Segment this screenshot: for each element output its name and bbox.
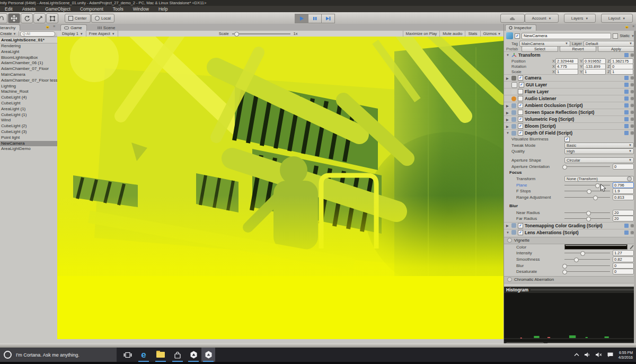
task-view-button[interactable] — [121, 348, 135, 362]
property-value-field[interactable]: 0 — [613, 164, 634, 170]
hierarchy-item-adamchamber-07-floor-tess[interactable]: AdamChamber_07_Floor tess — [0, 78, 57, 84]
component-enabled-checkbox[interactable] — [518, 110, 523, 115]
static-checkbox[interactable] — [613, 33, 618, 39]
prefab-apply-button[interactable]: Apply — [598, 46, 634, 52]
scene-tab[interactable]: Scene — [94, 25, 120, 31]
foldout-icon[interactable]: ▶ — [506, 76, 510, 80]
component-header-ambient-occlusion-script[interactable]: ▶✓Ambient Occlusion (Script) — [504, 102, 636, 109]
component-enabled-checkbox[interactable]: ✓ — [518, 75, 523, 81]
component-header-tonemapping-color-grading-script[interactable]: ▶✓Tonemapping Color Grading (Script) — [504, 222, 636, 229]
foldout-open-icon[interactable]: ▼ — [506, 131, 510, 135]
foldout-icon[interactable]: ▶ — [506, 125, 510, 128]
hierarchy-item-arealight[interactable]: AreaLight — [0, 49, 57, 55]
hierarchy-item-rendering[interactable]: Rendering — [0, 43, 57, 49]
property-dropdown[interactable]: High▼ — [564, 148, 634, 154]
inspector-tab[interactable]: Inspector — [505, 24, 536, 31]
foldout-icon[interactable]: ▶ — [506, 104, 510, 108]
property-value-field[interactable]: 1.27 — [613, 250, 634, 256]
hierarchy-item-newcamera[interactable]: NewCamera — [0, 141, 57, 147]
slider-thumb[interactable] — [562, 165, 567, 170]
property-value-field[interactable]: 20 — [613, 216, 634, 221]
menu-edit[interactable]: Edit — [0, 6, 17, 12]
game-tab[interactable]: Game — [60, 24, 87, 31]
docs-icon[interactable] — [624, 131, 629, 135]
menu-help[interactable]: Help — [154, 6, 172, 12]
component-header-audio-listener[interactable]: Audio Listener — [504, 95, 636, 102]
vignette-section-header[interactable]: Vignette — [504, 237, 636, 244]
component-enabled-checkbox[interactable]: ✓ — [518, 123, 523, 129]
property-slider[interactable] — [564, 216, 610, 221]
property-slider[interactable] — [564, 263, 610, 268]
display-dropdown[interactable]: Display 1▼ — [59, 31, 86, 37]
docs-icon[interactable] — [624, 76, 629, 80]
component-header-gui-layer[interactable]: ✓GUI Layer — [504, 81, 636, 88]
property-value-field[interactable]: 0.813 — [613, 194, 634, 200]
audio-device-icon[interactable] — [584, 352, 590, 358]
eyedropper-icon[interactable] — [630, 245, 634, 249]
slider-thumb[interactable] — [586, 211, 591, 216]
hierarchy-item-arealight-1[interactable]: AreaLight (1) — [0, 106, 57, 112]
slider-thumb[interactable] — [580, 251, 585, 256]
property-value-field[interactable]: 0 — [613, 263, 634, 269]
rotation-z-field[interactable]: 0 — [611, 64, 633, 69]
slider-thumb[interactable] — [574, 258, 579, 262]
layers-dropdown[interactable]: Layers ▼ — [564, 14, 596, 23]
component-header-screen-space-reflection-script[interactable]: ▶Screen Space Reflection (Script) — [504, 109, 636, 116]
file-explorer-taskbar-icon[interactable] — [154, 348, 167, 362]
hierarchy-item-cubelight-4[interactable]: CubeLight (4) — [0, 95, 57, 101]
step-button[interactable] — [321, 14, 335, 23]
scale-slider-thumb[interactable] — [234, 32, 239, 37]
unity-taskbar-icon[interactable] — [187, 348, 200, 362]
menu-gameobject[interactable]: GameObject — [40, 6, 75, 12]
foldout-icon[interactable]: ▶ — [506, 111, 510, 114]
component-enabled-checkbox[interactable]: ✓ — [518, 130, 523, 136]
component-header-depth-of-field-script[interactable]: ▼✓Depth Of Field (Script) — [504, 129, 636, 136]
pan-tool-button[interactable] — [0, 13, 7, 23]
inspector-scrollbar[interactable] — [634, 31, 636, 343]
scene-header[interactable]: AreaLightsScene_01* — [0, 37, 57, 43]
foldout-open-icon[interactable]: ▼ — [506, 54, 510, 57]
layer-dropdown[interactable]: Default▼ — [584, 41, 634, 47]
edge-taskbar-icon[interactable]: e — [137, 348, 151, 362]
rotate-tool-button[interactable] — [21, 13, 33, 23]
docs-icon[interactable] — [624, 53, 629, 57]
docs-icon[interactable] — [624, 96, 629, 101]
foldout-icon[interactable]: ▶ — [506, 224, 510, 227]
property-value-field[interactable]: 0.82 — [613, 256, 634, 262]
component-enabled-checkbox[interactable]: ✓ — [518, 103, 523, 108]
menu-tools[interactable]: Tools — [108, 6, 128, 12]
scale-slider[interactable] — [232, 33, 290, 34]
account-dropdown[interactable]: Account ▼ — [525, 14, 559, 23]
property-slider[interactable] — [564, 251, 610, 255]
property-slider[interactable] — [564, 257, 610, 262]
hierarchy-item-bloomlightmapbox[interactable]: BloomLightmapBox — [0, 55, 57, 61]
property-checkbox[interactable]: ✓ — [564, 137, 570, 142]
component-enabled-checkbox[interactable]: ✓ — [518, 230, 523, 235]
stats-button[interactable]: Stats — [465, 31, 480, 37]
component-header-flare-layer[interactable]: Flare Layer — [504, 88, 636, 95]
object-name-field[interactable]: NewCamera — [522, 33, 611, 39]
docs-icon[interactable] — [624, 103, 629, 108]
prefab-revert-button[interactable]: Revert — [560, 46, 596, 52]
docs-icon[interactable] — [624, 230, 629, 235]
tray-expand-icon[interactable] — [574, 353, 579, 357]
chromatic-aberration-section-header[interactable]: Chromatic Aberration — [504, 276, 636, 283]
property-slider[interactable] — [564, 269, 610, 274]
slider-thumb[interactable] — [587, 189, 591, 194]
property-slider[interactable] — [564, 210, 610, 215]
prefab-select-button[interactable]: Select — [522, 46, 558, 52]
docs-icon[interactable] — [624, 117, 629, 121]
menu-component[interactable]: Component — [75, 6, 108, 12]
action-center-icon[interactable] — [607, 352, 614, 358]
hierarchy-item-cubelight-3[interactable]: CubeLight (3) — [0, 129, 57, 135]
cloud-button[interactable] — [500, 14, 525, 23]
hierarchy-item-cubelight-2[interactable]: CubeLight (2) — [0, 123, 57, 129]
hierarchy-item-arealightdemo[interactable]: AreaLightDemo — [0, 146, 57, 152]
property-value-field[interactable]: 1.9 — [613, 188, 634, 194]
object-reference-field[interactable]: None (Transform) — [564, 176, 634, 182]
chromatic-aberration-toggle[interactable] — [507, 277, 512, 282]
color-swatch[interactable] — [564, 244, 628, 250]
hierarchy-item-lighting[interactable]: Lighting — [0, 84, 57, 90]
rotation-x-field[interactable]: 4.775 — [555, 64, 578, 69]
hierarchy-item-machine-root[interactable]: Machine_Root — [0, 89, 57, 95]
